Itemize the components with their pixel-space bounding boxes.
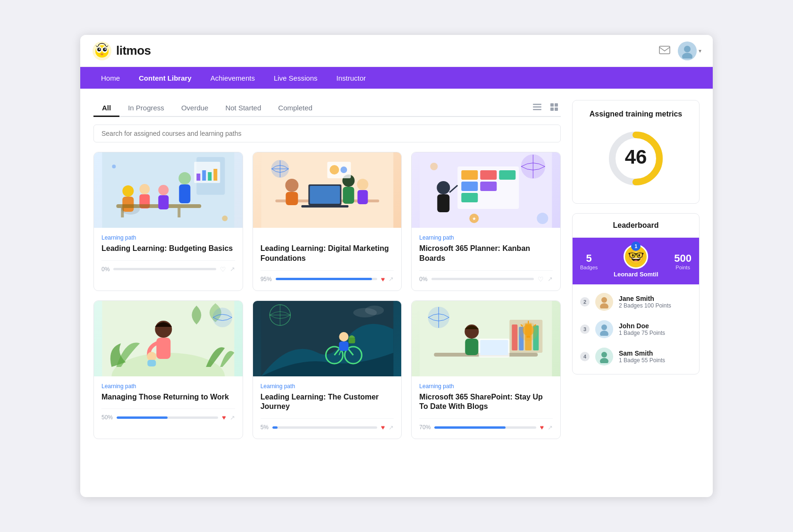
card-customer-journey[interactable]: Learning path Leading Learning: The Cust… [253, 300, 402, 440]
progress-bar [276, 278, 377, 280]
header: litmos ▾ [80, 35, 713, 67]
leaderboard-title: Leaderboard [573, 214, 699, 238]
heart-icon[interactable]: ♥ [222, 414, 226, 421]
svg-point-84 [339, 332, 348, 341]
svg-rect-85 [339, 341, 348, 351]
card-sharepoint-blogs[interactable]: Learning path Microsoft 365 SharePoint: … [411, 300, 561, 440]
card-type: Learning path [101, 383, 235, 390]
header-right: ▾ [659, 42, 701, 60]
lb-info: Jane Smith 2 Badges 100 Points [619, 295, 692, 309]
nav-item-live-sessions[interactable]: Live Sessions [264, 67, 327, 89]
svg-point-38 [112, 165, 116, 168]
svg-rect-46 [286, 192, 298, 205]
progress-fill [434, 426, 506, 429]
card-kanban-boards[interactable]: ★ Learning path Microsoft 365 Planner: K… [411, 152, 561, 291]
metrics-title: Assigned training metrics [582, 110, 690, 118]
card-body: Learning path Microsoft 365 SharePoint: … [412, 376, 560, 439]
card-thumbnail [412, 301, 560, 376]
card-thumbnail [94, 301, 243, 376]
share-icon[interactable]: ↗ [548, 424, 553, 431]
lb-row-3: 3 John Doe 1 Badge 75 Points [573, 316, 699, 343]
svg-point-7 [105, 48, 106, 50]
top-user-name: Leonard Somtil [614, 271, 658, 278]
progress-label: 5% [261, 424, 269, 431]
svg-rect-79 [147, 360, 156, 366]
share-icon[interactable]: ↗ [230, 266, 235, 273]
progress-bar [434, 426, 536, 429]
tab-in-progress[interactable]: In Progress [119, 100, 173, 117]
svg-point-117 [600, 331, 608, 336]
progress-bar [117, 416, 218, 419]
lb-avatar [595, 293, 613, 311]
tab-all[interactable]: All [93, 100, 119, 117]
svg-rect-24 [208, 172, 211, 181]
svg-point-67 [437, 181, 450, 194]
svg-point-80 [213, 308, 232, 327]
share-icon[interactable]: ↗ [230, 414, 235, 421]
lb-rank: 4 [580, 352, 590, 361]
heart-icon[interactable]: ♡ [538, 275, 544, 283]
heart-icon[interactable]: ♥ [540, 424, 544, 431]
search-input[interactable] [93, 125, 561, 142]
user-menu[interactable]: ▾ [678, 42, 701, 60]
tab-not-started[interactable]: Not Started [217, 100, 270, 117]
grid-view-button[interactable] [548, 100, 561, 114]
svg-point-27 [122, 185, 134, 197]
svg-point-36 [158, 185, 169, 195]
card-footer: 95% ♥ ↗ [261, 270, 394, 283]
heart-icon[interactable]: ♥ [381, 275, 385, 283]
nav: Home Content Library Achievements Live S… [80, 67, 713, 89]
nav-item-achievements[interactable]: Achievements [201, 67, 264, 89]
progress-fill [276, 278, 372, 280]
svg-point-10 [684, 46, 691, 52]
svg-rect-34 [121, 208, 124, 217]
card-thumbnail [253, 152, 402, 228]
leaderboard-top-user: 5 Badges 1 🤓 Leonard Somtil 500 Points [573, 238, 699, 284]
svg-rect-63 [462, 193, 478, 202]
card-digital-marketing[interactable]: Learning path Leading Learning: Digital … [253, 152, 402, 291]
svg-rect-22 [196, 174, 200, 181]
card-type: Learning path [419, 234, 553, 241]
share-icon[interactable]: ↗ [388, 424, 394, 431]
list-view-button[interactable] [531, 100, 544, 114]
nav-item-home[interactable]: Home [92, 67, 129, 89]
progress-fill [272, 426, 278, 429]
top-user-badges: 5 Badges [580, 252, 598, 270]
card-budgeting-basics[interactable]: Learning path Leading Learning: Budgetin… [93, 152, 243, 291]
mail-icon[interactable] [659, 46, 670, 56]
card-title: Leading Learning: Digital Marketing Foun… [261, 244, 394, 264]
nav-item-instructor[interactable]: Instructor [327, 67, 375, 89]
svg-rect-68 [438, 194, 450, 212]
svg-point-29 [139, 184, 150, 194]
metrics-card: Assigned training metrics 46 [572, 100, 700, 204]
card-actions: ♥ ↗ [540, 424, 553, 431]
share-icon[interactable]: ↗ [388, 275, 394, 283]
svg-rect-62 [462, 182, 478, 191]
lb-avatar [595, 320, 613, 338]
svg-rect-86 [348, 338, 355, 343]
tab-overdue[interactable]: Overdue [173, 100, 217, 117]
share-icon[interactable]: ↗ [548, 275, 553, 283]
card-body: Learning path Leading Learning: Budgetin… [94, 228, 243, 281]
lb-info: John Doe 1 Badge 75 Points [619, 322, 692, 336]
heart-icon[interactable]: ♥ [381, 424, 385, 431]
view-toggle [531, 100, 561, 116]
lb-rank: 3 [580, 324, 590, 334]
heart-icon[interactable]: ♡ [220, 266, 226, 273]
nav-item-content-library[interactable]: Content Library [129, 67, 201, 89]
svg-point-39 [222, 216, 228, 221]
svg-rect-65 [481, 182, 497, 191]
card-footer: 70% ♥ ↗ [419, 418, 553, 431]
card-actions: ♡ ↗ [220, 266, 235, 273]
card-returning-to-work[interactable]: Learning path Managing Those Returning t… [93, 300, 243, 440]
card-title: Microsoft 365 SharePoint: Stay Up To Dat… [419, 392, 553, 412]
donut-chart: 46 [582, 128, 690, 189]
svg-rect-32 [179, 184, 190, 203]
tab-completed[interactable]: Completed [270, 100, 321, 117]
card-title: Microsoft 365 Planner: Kanban Boards [419, 244, 553, 264]
app-wrapper: litmos ▾ Home Content Lib [80, 35, 713, 497]
svg-rect-66 [499, 170, 516, 180]
svg-rect-102 [481, 340, 508, 355]
svg-point-70 [430, 163, 438, 170]
svg-rect-23 [202, 170, 206, 181]
